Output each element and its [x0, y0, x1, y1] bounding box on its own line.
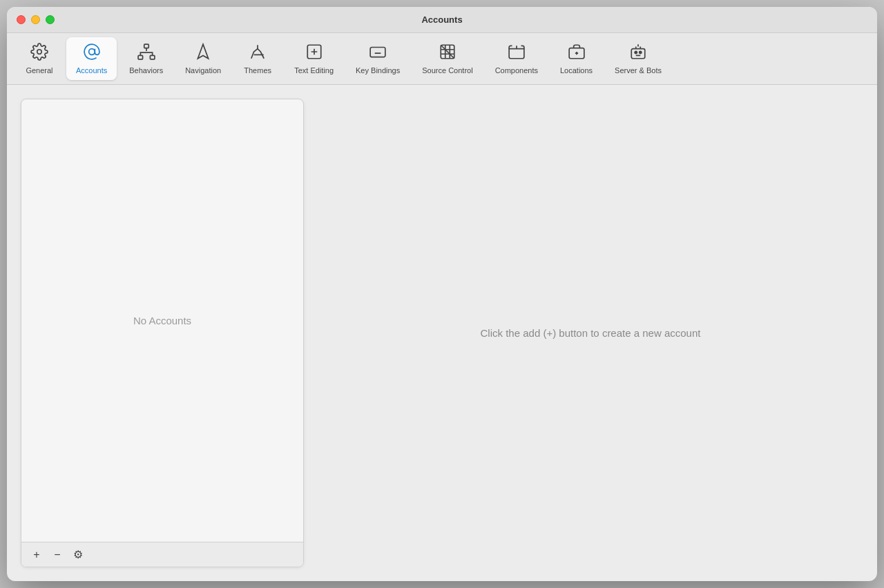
tab-server-bots[interactable]: Server & Bots: [605, 37, 671, 80]
accounts-detail-panel: Click the add (+) button to create a new…: [304, 85, 877, 581]
text-editing-icon: [305, 43, 323, 63]
remove-account-button[interactable]: −: [49, 547, 66, 563]
no-accounts-label: No Accounts: [133, 315, 191, 326]
svg-line-13: [441, 45, 454, 59]
panel-toolbar: + − ⚙: [21, 542, 303, 567]
account-settings-button[interactable]: ⚙: [70, 547, 86, 563]
themes-icon: [249, 43, 267, 63]
keyboard-icon: [369, 43, 387, 63]
minimize-button[interactable]: [31, 15, 40, 24]
maximize-button[interactable]: [46, 15, 55, 24]
tab-locations[interactable]: Locations: [550, 37, 602, 80]
network-icon: [137, 43, 155, 63]
main-content: No Accounts + − ⚙ Click the add (+) butt…: [7, 85, 877, 581]
svg-rect-18: [631, 49, 645, 59]
tab-behaviors[interactable]: Behaviors: [119, 37, 173, 80]
gear-icon: [30, 43, 48, 63]
tab-source-control-label: Source Control: [422, 66, 472, 75]
tab-source-control[interactable]: Source Control: [412, 37, 482, 80]
svg-point-0: [37, 50, 42, 55]
tab-navigation-label: Navigation: [185, 66, 221, 75]
accounts-list-panel: No Accounts + − ⚙: [21, 99, 304, 567]
at-icon: [83, 43, 101, 63]
tab-themes[interactable]: Themes: [233, 37, 282, 80]
traffic-lights: [17, 15, 55, 24]
tab-accounts-label: Accounts: [76, 66, 107, 75]
tab-key-bindings-label: Key Bindings: [356, 66, 400, 75]
source-control-icon: [439, 43, 457, 63]
tab-text-editing[interactable]: Text Editing: [285, 37, 343, 80]
tab-server-bots-label: Server & Bots: [615, 66, 662, 75]
hint-label: Click the add (+) button to create a new…: [481, 327, 701, 339]
tab-key-bindings[interactable]: Key Bindings: [346, 37, 410, 80]
accounts-list: No Accounts: [21, 99, 303, 542]
navigation-icon: [194, 43, 212, 63]
robot-icon: [629, 43, 647, 63]
svg-point-1: [88, 49, 95, 55]
svg-rect-2: [144, 44, 148, 48]
tab-locations-label: Locations: [560, 66, 593, 75]
tab-components[interactable]: Components: [486, 37, 548, 80]
svg-rect-7: [370, 48, 385, 57]
components-icon: [508, 43, 526, 63]
svg-rect-4: [150, 55, 155, 59]
svg-point-20: [640, 51, 642, 53]
window-title: Accounts: [421, 14, 462, 25]
app-window: Accounts General Accounts: [7, 7, 877, 581]
tab-navigation[interactable]: Navigation: [175, 37, 231, 80]
tab-themes-label: Themes: [244, 66, 271, 75]
locations-icon: [568, 43, 586, 63]
tab-general-label: General: [26, 66, 52, 75]
titlebar: Accounts: [7, 7, 877, 33]
tab-components-label: Components: [495, 66, 538, 75]
close-button[interactable]: [17, 15, 26, 24]
svg-point-19: [635, 51, 637, 53]
tab-behaviors-label: Behaviors: [129, 66, 163, 75]
svg-rect-3: [138, 55, 143, 59]
tab-general[interactable]: General: [15, 37, 64, 80]
toolbar: General Accounts Behaviors: [7, 33, 877, 85]
svg-marker-5: [198, 44, 209, 59]
tab-text-editing-label: Text Editing: [294, 66, 334, 75]
tab-accounts[interactable]: Accounts: [66, 37, 117, 80]
add-account-button[interactable]: +: [28, 547, 45, 563]
